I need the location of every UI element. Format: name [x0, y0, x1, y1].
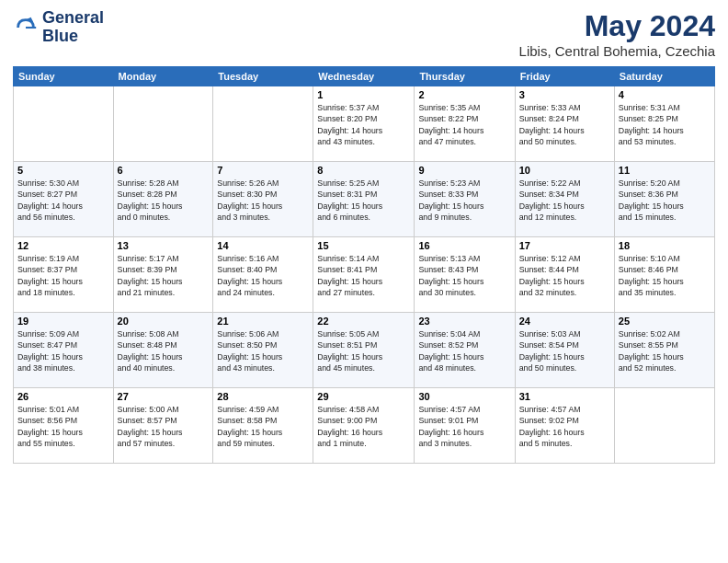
calendar-cell: 3Sunrise: 5:33 AMSunset: 8:24 PMDaylight…	[515, 86, 614, 162]
day-number: 31	[519, 391, 610, 402]
day-number: 8	[317, 165, 410, 176]
day-info: Sunrise: 5:04 AMSunset: 8:52 PMDaylight:…	[418, 328, 510, 373]
day-number: 21	[217, 316, 309, 327]
calendar-week-row: 5Sunrise: 5:30 AMSunset: 8:27 PMDaylight…	[14, 162, 715, 237]
day-header-wednesday: Wednesday	[313, 67, 415, 86]
day-info: Sunrise: 5:33 AMSunset: 8:24 PMDaylight:…	[519, 102, 610, 147]
day-info: Sunrise: 5:20 AMSunset: 8:36 PMDaylight:…	[619, 178, 711, 223]
day-info: Sunrise: 5:05 AMSunset: 8:51 PMDaylight:…	[317, 328, 410, 373]
calendar-cell: 26Sunrise: 5:01 AMSunset: 8:56 PMDayligh…	[14, 388, 114, 464]
day-info: Sunrise: 5:09 AMSunset: 8:47 PMDaylight:…	[17, 328, 109, 373]
day-info: Sunrise: 4:57 AMSunset: 9:01 PMDaylight:…	[418, 404, 510, 449]
calendar-table: SundayMondayTuesdayWednesdayThursdayFrid…	[13, 66, 715, 464]
day-number: 28	[217, 391, 309, 402]
day-info: Sunrise: 5:28 AMSunset: 8:28 PMDaylight:…	[118, 178, 210, 223]
day-number: 9	[418, 165, 510, 176]
day-info: Sunrise: 5:17 AMSunset: 8:39 PMDaylight:…	[118, 253, 210, 298]
calendar-cell: 21Sunrise: 5:06 AMSunset: 8:50 PMDayligh…	[213, 313, 313, 388]
calendar-cell: 22Sunrise: 5:05 AMSunset: 8:51 PMDayligh…	[313, 313, 415, 388]
location-subtitle: Libis, Central Bohemia, Czechia	[519, 43, 715, 59]
calendar-cell: 1Sunrise: 5:37 AMSunset: 8:20 PMDaylight…	[313, 86, 415, 162]
day-number: 13	[118, 240, 210, 251]
day-number: 22	[317, 316, 410, 327]
calendar-cell: 25Sunrise: 5:02 AMSunset: 8:55 PMDayligh…	[614, 313, 714, 388]
day-number: 25	[619, 316, 711, 327]
day-number: 6	[118, 165, 210, 176]
calendar-cell: 27Sunrise: 5:00 AMSunset: 8:57 PMDayligh…	[113, 388, 213, 464]
calendar-cell: 7Sunrise: 5:26 AMSunset: 8:30 PMDaylight…	[213, 162, 313, 237]
day-info: Sunrise: 5:19 AMSunset: 8:37 PMDaylight:…	[17, 253, 109, 298]
day-info: Sunrise: 5:13 AMSunset: 8:43 PMDaylight:…	[418, 253, 510, 298]
calendar-cell: 4Sunrise: 5:31 AMSunset: 8:25 PMDaylight…	[614, 86, 714, 162]
day-number: 26	[17, 391, 109, 402]
day-header-sunday: Sunday	[14, 67, 114, 86]
day-info: Sunrise: 5:31 AMSunset: 8:25 PMDaylight:…	[619, 102, 711, 147]
day-info: Sunrise: 5:37 AMSunset: 8:20 PMDaylight:…	[317, 102, 410, 147]
calendar-cell	[614, 388, 714, 464]
calendar-cell: 29Sunrise: 4:58 AMSunset: 9:00 PMDayligh…	[313, 388, 415, 464]
day-number: 19	[17, 316, 109, 327]
day-header-saturday: Saturday	[614, 67, 714, 86]
day-info: Sunrise: 5:08 AMSunset: 8:48 PMDaylight:…	[118, 328, 210, 373]
day-info: Sunrise: 5:06 AMSunset: 8:50 PMDaylight:…	[217, 328, 309, 373]
calendar-cell: 9Sunrise: 5:23 AMSunset: 8:33 PMDaylight…	[415, 162, 515, 237]
calendar-cell: 17Sunrise: 5:12 AMSunset: 8:44 PMDayligh…	[515, 237, 614, 313]
day-info: Sunrise: 5:35 AMSunset: 8:22 PMDaylight:…	[418, 102, 510, 147]
calendar-cell: 31Sunrise: 4:57 AMSunset: 9:02 PMDayligh…	[515, 388, 614, 464]
day-info: Sunrise: 5:25 AMSunset: 8:31 PMDaylight:…	[317, 178, 410, 223]
calendar-cell: 2Sunrise: 5:35 AMSunset: 8:22 PMDaylight…	[415, 86, 515, 162]
calendar-cell: 19Sunrise: 5:09 AMSunset: 8:47 PMDayligh…	[14, 313, 114, 388]
day-info: Sunrise: 5:23 AMSunset: 8:33 PMDaylight:…	[418, 178, 510, 223]
day-info: Sunrise: 4:58 AMSunset: 9:00 PMDaylight:…	[317, 404, 410, 449]
calendar-cell: 10Sunrise: 5:22 AMSunset: 8:34 PMDayligh…	[515, 162, 614, 237]
day-info: Sunrise: 4:57 AMSunset: 9:02 PMDaylight:…	[519, 404, 610, 449]
day-number: 10	[519, 165, 610, 176]
day-number: 3	[519, 89, 610, 100]
logo: General Blue	[13, 9, 104, 46]
logo-icon	[13, 15, 39, 40]
calendar-week-row: 12Sunrise: 5:19 AMSunset: 8:37 PMDayligh…	[14, 237, 715, 313]
day-number: 7	[217, 165, 309, 176]
calendar-cell: 6Sunrise: 5:28 AMSunset: 8:28 PMDaylight…	[113, 162, 213, 237]
day-header-monday: Monday	[113, 67, 213, 86]
day-number: 4	[619, 89, 711, 100]
calendar-cell: 5Sunrise: 5:30 AMSunset: 8:27 PMDaylight…	[14, 162, 114, 237]
calendar-week-row: 19Sunrise: 5:09 AMSunset: 8:47 PMDayligh…	[14, 313, 715, 388]
day-number: 24	[519, 316, 610, 327]
day-number: 23	[418, 316, 510, 327]
calendar-week-row: 26Sunrise: 5:01 AMSunset: 8:56 PMDayligh…	[14, 388, 715, 464]
day-header-friday: Friday	[515, 67, 614, 86]
calendar-cell	[14, 86, 114, 162]
calendar-cell	[213, 86, 313, 162]
day-number: 29	[317, 391, 410, 402]
day-info: Sunrise: 5:01 AMSunset: 8:56 PMDaylight:…	[17, 404, 109, 449]
day-number: 5	[17, 165, 109, 176]
calendar-header-row: SundayMondayTuesdayWednesdayThursdayFrid…	[14, 67, 715, 86]
day-info: Sunrise: 5:00 AMSunset: 8:57 PMDaylight:…	[118, 404, 210, 449]
day-number: 30	[418, 391, 510, 402]
month-year-title: May 2024	[519, 9, 715, 43]
calendar-cell: 11Sunrise: 5:20 AMSunset: 8:36 PMDayligh…	[614, 162, 714, 237]
calendar-cell: 23Sunrise: 5:04 AMSunset: 8:52 PMDayligh…	[415, 313, 515, 388]
day-number: 12	[17, 240, 109, 251]
day-info: Sunrise: 4:59 AMSunset: 8:58 PMDaylight:…	[217, 404, 309, 449]
day-info: Sunrise: 5:22 AMSunset: 8:34 PMDaylight:…	[519, 178, 610, 223]
calendar-cell: 13Sunrise: 5:17 AMSunset: 8:39 PMDayligh…	[113, 237, 213, 313]
day-number: 17	[519, 240, 610, 251]
title-block: May 2024 Libis, Central Bohemia, Czechia	[519, 9, 715, 59]
logo-text: General Blue	[42, 9, 104, 46]
calendar-cell: 8Sunrise: 5:25 AMSunset: 8:31 PMDaylight…	[313, 162, 415, 237]
day-info: Sunrise: 5:16 AMSunset: 8:40 PMDaylight:…	[217, 253, 309, 298]
day-info: Sunrise: 5:30 AMSunset: 8:27 PMDaylight:…	[17, 178, 109, 223]
day-info: Sunrise: 5:14 AMSunset: 8:41 PMDaylight:…	[317, 253, 410, 298]
calendar-cell: 24Sunrise: 5:03 AMSunset: 8:54 PMDayligh…	[515, 313, 614, 388]
day-number: 18	[619, 240, 711, 251]
day-header-tuesday: Tuesday	[213, 67, 313, 86]
calendar-cell: 12Sunrise: 5:19 AMSunset: 8:37 PMDayligh…	[14, 237, 114, 313]
day-number: 16	[418, 240, 510, 251]
day-number: 20	[118, 316, 210, 327]
calendar-cell: 30Sunrise: 4:57 AMSunset: 9:01 PMDayligh…	[415, 388, 515, 464]
calendar-cell: 14Sunrise: 5:16 AMSunset: 8:40 PMDayligh…	[213, 237, 313, 313]
day-info: Sunrise: 5:10 AMSunset: 8:46 PMDaylight:…	[619, 253, 711, 298]
day-info: Sunrise: 5:02 AMSunset: 8:55 PMDaylight:…	[619, 328, 711, 373]
